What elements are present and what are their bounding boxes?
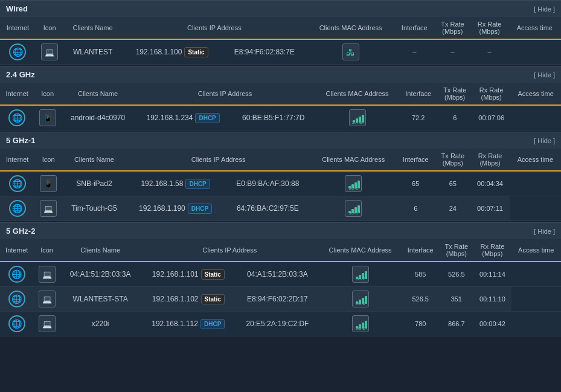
hide-button[interactable]: [ Hide ]: [534, 71, 555, 79]
icon-cell: 💻: [33, 312, 60, 336]
col-icon: Icon: [34, 83, 61, 105]
ip-address-cell: 192.168.1.100 Static: [122, 39, 222, 65]
mac-address: 60:BE:B5:F1:77:7D: [231, 105, 315, 130]
tx-rate: 780: [402, 312, 439, 336]
internet-cell: 🌐: [0, 105, 34, 130]
col-ip: Clients IP Address: [126, 149, 310, 171]
section-title: Wired: [6, 4, 28, 13]
tx-rate: 585: [402, 262, 439, 287]
device-icon: 💻: [39, 266, 56, 283]
table-row: 🌐 💻 x220i 192.168.1.112 DHCP 20:E5:2A:19…: [0, 312, 561, 336]
ip-value: 192.168.1.100: [136, 48, 182, 56]
col-rx: Rx Rate(Mbps): [472, 83, 510, 105]
signal-icon: 5G-2: [352, 266, 369, 283]
device-icon: 💻: [39, 291, 56, 307]
ip-type-badge: DHCP: [195, 113, 219, 123]
signal-icon: 2.4 G: [349, 109, 366, 126]
table-container: Internet Icon Clients Name Clients IP Ad…: [0, 83, 561, 130]
icon-cell: 💻: [33, 287, 60, 312]
interface-cell: 5G-2: [319, 262, 402, 287]
table-header-row: Internet Icon Clients Name Clients IP Ad…: [0, 83, 561, 105]
ip-address-cell: 192.168.1.58 DHCP: [126, 171, 225, 196]
mac-address: E8:94:F6:02:83:7E: [222, 39, 307, 65]
signal-icon: 5G-2: [352, 315, 369, 332]
tx-rate: 526.5: [402, 287, 439, 312]
col-ip: Clients IP Address: [141, 239, 319, 262]
icon-cell: 💻: [33, 262, 60, 287]
client-name: WLANTEST: [64, 39, 122, 65]
internet-cell: 🌐: [0, 262, 33, 287]
ip-type-badge: DHCP: [185, 179, 210, 189]
rx-rate: 866.7: [439, 312, 473, 336]
interface-cell: 5G-2: [319, 312, 402, 336]
col-ip: Clients IP Address: [122, 17, 307, 39]
section-header: 5 GHz-1 [ Hide ]: [0, 132, 561, 149]
rx-rate: 24: [435, 196, 470, 221]
ip-type-badge: DHCP: [188, 204, 212, 214]
tx-rate: 65: [396, 171, 435, 196]
access-time: 00:07:11: [470, 196, 509, 221]
mac-address: E0:B9:BA:AF:30:88: [225, 171, 310, 196]
icon-cell: 📱: [34, 171, 62, 196]
client-name: 04:A1:51:2B:03:3A: [60, 262, 141, 287]
internet-icon: 🌐: [9, 200, 26, 217]
col-name: Clients Name: [61, 83, 135, 105]
tx-rate: 72.2: [399, 105, 437, 130]
icon-cell: 💻: [34, 196, 62, 221]
hide-button[interactable]: [ Hide ]: [534, 5, 555, 13]
rx-rate: 65: [435, 171, 470, 196]
ip-address-cell: 192.168.1.102 Static: [141, 287, 236, 312]
client-name: SNB-iPad2: [62, 171, 126, 196]
table-row: 🌐 💻 WLANTEST 192.168.1.100 Static E8:94:…: [0, 39, 561, 65]
section-5ghz1: 5 GHz-1 [ Hide ] Internet Icon Clients N…: [0, 132, 561, 221]
ip-value: 192.168.1.101: [152, 270, 199, 278]
col-internet: Internet: [0, 149, 34, 171]
access-time: –: [471, 39, 508, 65]
signal-icon: 5G-1: [345, 175, 362, 192]
ip-value: 192.168.1.102: [152, 295, 199, 303]
section-5ghz2: 5 GHz-2 [ Hide ] Internet Icon Clients N…: [0, 222, 561, 336]
client-name: WLANTEST-STA: [60, 287, 141, 312]
col-access-time: Access time: [508, 17, 561, 39]
signal-icon: 5G-1: [345, 200, 362, 217]
internet-icon: 🌐: [8, 266, 25, 283]
ip-type-badge: Static: [184, 47, 208, 57]
table-header-row: Internet Icon Clients Name Clients IP Ad…: [0, 149, 561, 171]
tx-rate: –: [394, 39, 434, 65]
internet-cell: 🌐: [0, 287, 33, 312]
device-icon: 💻: [40, 200, 57, 217]
col-rx: Rx Rate(Mbps): [470, 149, 509, 171]
col-icon: Icon: [33, 239, 60, 262]
rx-rate: 351: [439, 287, 473, 312]
section-header: Wired [ Hide ]: [0, 0, 561, 17]
ip-value: 192.168.1.190: [139, 204, 185, 213]
interface-cell: 2.4 G: [315, 105, 399, 130]
internet-cell: 🌐: [0, 171, 34, 196]
hide-button[interactable]: [ Hide ]: [534, 137, 555, 144]
mac-address: E8:94:F6:02:2D:17: [236, 287, 319, 312]
col-tx: Tx Rate(Mbps): [437, 83, 472, 105]
table-container: Internet Icon Clients Name Clients IP Ad…: [0, 17, 561, 65]
tx-rate: 6: [396, 196, 435, 221]
ip-address-cell: 192.168.1.190 DHCP: [126, 196, 225, 221]
col-name: Clients Name: [60, 239, 141, 262]
col-interface: Interface: [396, 149, 435, 171]
device-icon: 💻: [41, 43, 58, 60]
device-icon: 📱: [39, 109, 56, 126]
device-icon: 💻: [39, 315, 56, 332]
client-name: Tim-Touch-G5: [62, 196, 126, 221]
section-wired: Wired [ Hide ] Internet Icon Clients Nam…: [0, 0, 561, 65]
col-rx: Rx Rate(Mbps): [473, 239, 511, 262]
clients-table: Internet Icon Clients Name Clients IP Ad…: [0, 17, 561, 65]
internet-icon: 🌐: [9, 175, 26, 192]
section-title: 2.4 GHz: [6, 70, 35, 79]
access-time: 00:00:42: [473, 312, 511, 336]
section-header: 2.4 GHz [ Hide ]: [0, 66, 561, 83]
interface-cell: 5G-2: [319, 287, 402, 312]
hide-button[interactable]: [ Hide ]: [534, 228, 555, 235]
section-title: 5 GHz-2: [6, 227, 35, 236]
internet-icon: 🌐: [8, 291, 25, 307]
ip-type-badge: Static: [201, 294, 225, 304]
table-container: Internet Icon Clients Name Clients IP Ad…: [0, 239, 561, 336]
ip-type-badge: Static: [201, 269, 225, 280]
